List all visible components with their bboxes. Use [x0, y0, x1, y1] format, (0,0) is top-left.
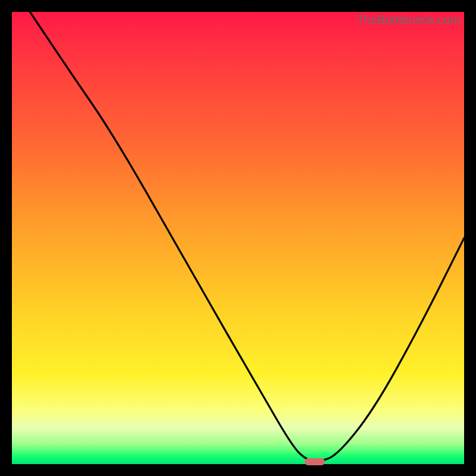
chart-frame: TheBottleneck.com	[12, 12, 464, 464]
plot-area	[12, 12, 464, 464]
optimum-marker	[305, 458, 325, 465]
background-gradient	[12, 12, 464, 464]
watermark-text: TheBottleneck.com	[356, 13, 461, 27]
